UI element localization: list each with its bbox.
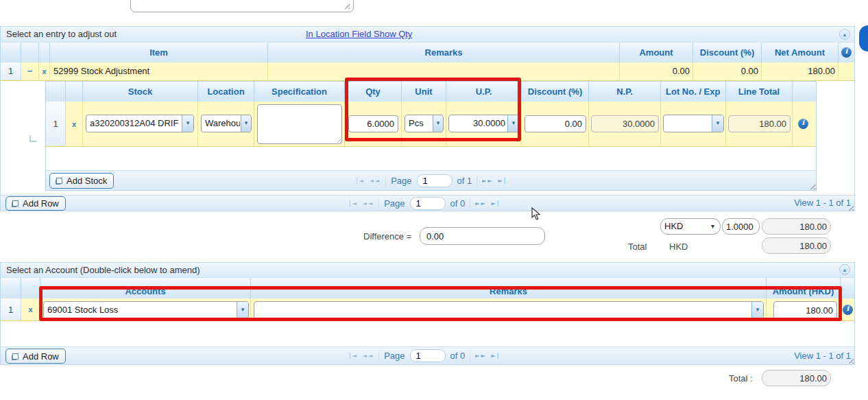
total-label: Total xyxy=(628,242,647,252)
pager-separator xyxy=(470,351,470,362)
line-info-icon[interactable]: i xyxy=(798,119,808,129)
header-account-remarks: Remarks xyxy=(251,278,767,298)
location-dropdown[interactable]: Warehous ▾ xyxy=(201,115,252,132)
entries-grid-title: Select an entry to adjust out xyxy=(6,29,117,39)
collapse-panel-icon[interactable]: ▴ xyxy=(839,264,850,275)
pager-prev-icon[interactable]: ◄◄ xyxy=(363,353,374,359)
discount-cell[interactable]: 0.00 xyxy=(693,62,762,80)
account-dropdown[interactable]: 69001 Stock Loss ▾ xyxy=(43,301,249,319)
entries-grid-footer: Add Row |◄ ◄◄ Page of 0 ►► ►| View 1 - 1… xyxy=(1,195,854,211)
qty-input[interactable] xyxy=(348,115,398,132)
remarks-cell[interactable] xyxy=(268,62,620,80)
add-record-icon xyxy=(12,200,19,207)
pager-separator xyxy=(378,351,379,362)
discount-line-input[interactable] xyxy=(525,115,586,132)
lot-dropdown[interactable]: ▾ xyxy=(663,115,724,132)
row-number: 1 xyxy=(1,298,21,320)
page-input[interactable] xyxy=(410,349,446,362)
stock-subgrid-footer: Add Stock |◄ ◄◄ Page of 1 ►► ►| xyxy=(46,170,816,190)
subgrid-header-np: N.P. xyxy=(589,82,661,102)
entries-grid-pager: |◄ ◄◄ Page of 0 ►► ►| xyxy=(349,197,500,210)
difference-input[interactable] xyxy=(420,227,545,245)
subgrid-header-qty: Qty xyxy=(345,82,402,102)
pager-last-icon[interactable]: ►| xyxy=(492,353,501,359)
delete-row-icon[interactable]: x xyxy=(39,62,50,80)
stock-dropdown[interactable]: a320200312A04 DRIF ▾ xyxy=(86,115,194,132)
page-label: Page xyxy=(391,176,411,186)
subgrid-header-delete-col xyxy=(66,82,83,102)
pager-first-icon[interactable]: |◄ xyxy=(349,353,358,359)
header-amount: Amount xyxy=(620,43,693,62)
dropdown-arrow-icon[interactable]: ▾ xyxy=(182,115,193,132)
header-accounts: Accounts xyxy=(40,278,251,298)
exchange-rate-input[interactable] xyxy=(722,218,760,235)
stock-adjustment-screen: Select an entry to adjust out In Locatio… xyxy=(0,0,868,400)
add-stock-button[interactable]: Add Stock xyxy=(49,173,114,189)
subgrid-connector-icon xyxy=(29,135,36,142)
up-dropdown-value: 30.0000 xyxy=(453,115,507,132)
unit-dropdown[interactable]: Pcs ▾ xyxy=(405,115,444,132)
account-amount-input[interactable] xyxy=(773,301,837,319)
pager-first-icon[interactable]: |◄ xyxy=(356,178,365,184)
pager-prev-icon[interactable]: ◄◄ xyxy=(370,178,381,184)
subgrid-header-specification: Specification xyxy=(254,82,345,102)
subgrid-resize-handle-icon[interactable] xyxy=(808,183,815,189)
pager-prev-icon[interactable]: ◄◄ xyxy=(363,200,374,207)
floating-action-fragment[interactable] xyxy=(859,25,868,51)
pager-separator xyxy=(378,198,379,209)
up-dropdown[interactable]: 30.0000 ▾ xyxy=(448,115,520,132)
page-input[interactable] xyxy=(417,174,453,187)
subgrid-header-rownum xyxy=(46,82,66,102)
pager-last-icon[interactable]: ►| xyxy=(498,178,507,184)
info-icon[interactable]: i xyxy=(841,47,852,58)
entries-grid-titlebar: Select an entry to adjust out In Locatio… xyxy=(1,27,854,43)
dropdown-arrow-icon[interactable]: ▾ xyxy=(237,302,248,318)
subgrid-header-unit: Unit xyxy=(402,82,446,102)
account-info-icon[interactable]: i xyxy=(843,305,853,315)
pager-first-icon[interactable]: |◄ xyxy=(349,200,358,207)
header-net-amount: Net Amount xyxy=(762,43,839,62)
header-rownum xyxy=(1,43,21,62)
stock-subgrid-row: 1 x a320200312A04 DRIF ▾ Warehous xyxy=(46,102,816,147)
pager-last-icon[interactable]: ►| xyxy=(492,200,501,207)
currency-select-value: HKD xyxy=(664,221,683,231)
collapse-row-icon[interactable]: − xyxy=(21,62,39,80)
location-qty-link[interactable]: In Location Field Show Qty xyxy=(306,27,412,42)
dropdown-arrow-icon[interactable]: ▾ xyxy=(241,115,251,132)
dropdown-arrow-icon[interactable]: ▾ xyxy=(433,115,443,132)
pager-next-icon[interactable]: ►► xyxy=(475,353,486,359)
mouse-cursor-icon xyxy=(531,207,541,221)
pager-separator xyxy=(470,198,470,209)
accounts-grid-titlebar: Select an Account (Double-click below to… xyxy=(1,263,854,278)
note-textarea[interactable] xyxy=(130,0,354,12)
amount-cell[interactable]: 0.00 xyxy=(620,62,693,80)
header-discount: Discount (%) xyxy=(693,43,762,62)
stock-subgrid-header-row: Stock Location Specification Qty Unit U.… xyxy=(46,82,816,102)
account-remarks-value xyxy=(258,302,751,318)
currency-select[interactable]: HKD ▾ xyxy=(660,218,721,235)
page-input[interactable] xyxy=(410,197,446,210)
net-amount-cell[interactable]: 180.00 xyxy=(762,62,839,80)
subgrid-delete-row-icon[interactable]: x xyxy=(66,102,83,146)
pager-next-icon[interactable]: ►► xyxy=(482,178,493,184)
stock-subgrid: Stock Location Specification Qty Unit U.… xyxy=(45,81,817,191)
subgrid-row-number: 1 xyxy=(46,102,66,146)
subgrid-header-up: U.P. xyxy=(446,82,522,102)
dropdown-arrow-icon[interactable]: ▾ xyxy=(507,115,519,132)
pager-next-icon[interactable]: ►► xyxy=(475,200,486,207)
accounts-grid-title: Select an Account (Double-click below to… xyxy=(6,265,200,275)
add-row-label: Add Row xyxy=(23,198,59,209)
dropdown-arrow-icon[interactable]: ▾ xyxy=(712,115,723,132)
lot-dropdown-value xyxy=(667,115,711,132)
account-remarks-dropdown[interactable]: ▾ xyxy=(254,301,764,319)
delete-row-icon[interactable]: x xyxy=(21,298,40,320)
header-info-col xyxy=(841,278,854,298)
add-row-button[interactable]: Add Row xyxy=(5,196,66,211)
header-expand-col xyxy=(21,43,39,62)
specification-textarea[interactable] xyxy=(257,104,342,144)
add-row-button[interactable]: Add Row xyxy=(5,349,66,364)
dropdown-arrow-icon[interactable]: ▾ xyxy=(751,302,763,318)
entries-grid-header-row: Item Remarks Amount Discount (%) Net Amo… xyxy=(1,43,854,62)
item-cell[interactable]: 52999 Stock Adjustment xyxy=(50,62,268,80)
collapse-panel-icon[interactable]: ▴ xyxy=(839,29,850,40)
